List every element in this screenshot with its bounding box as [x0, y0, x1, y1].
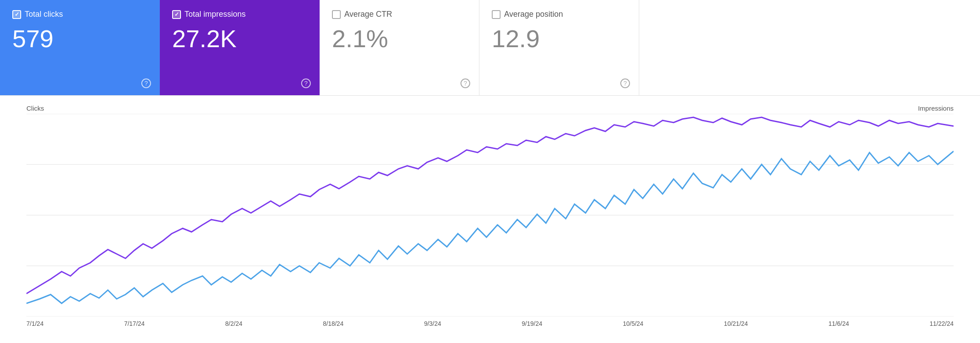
chart-svg: 15 10 5 0 375 250 125 0 [26, 114, 954, 317]
x-label-5: 9/3/24 [424, 320, 441, 327]
checkbox-impressions[interactable] [172, 10, 181, 19]
help-icon-clicks[interactable]: ? [141, 78, 151, 88]
help-icon-impressions[interactable]: ? [301, 78, 311, 88]
impressions-line [26, 117, 954, 294]
metric-label-position: Average position [504, 10, 563, 19]
x-label-3: 8/2/24 [225, 320, 243, 327]
y-axis-right-label: Impressions [918, 104, 954, 112]
help-icon-ctr[interactable]: ? [461, 78, 470, 88]
chart-section: Clicks Impressions 15 10 5 0 375 250 125… [0, 96, 980, 343]
metric-label-clicks: Total clicks [25, 10, 63, 19]
metric-card-average-ctr[interactable]: Average CTR 2.1% ? [320, 0, 479, 95]
metric-label-ctr: Average CTR [344, 10, 392, 19]
metric-value-ctr: 2.1% [332, 25, 467, 52]
y-axis-left-label: Clicks [26, 104, 44, 112]
metric-card-total-clicks[interactable]: Total clicks 579 ? [0, 0, 160, 95]
x-label-8: 10/21/24 [724, 320, 748, 327]
x-label-10: 11/22/24 [929, 320, 954, 327]
help-icon-position[interactable]: ? [620, 78, 630, 88]
checkbox-clicks[interactable] [12, 10, 21, 19]
clicks-line [26, 151, 954, 303]
x-label-6: 9/19/24 [522, 320, 542, 327]
metric-label-impressions: Total impressions [184, 10, 246, 19]
metrics-row: Total clicks 579 ? Total impressions 27.… [0, 0, 980, 96]
metric-value-clicks: 579 [12, 25, 147, 52]
x-label-4: 8/18/24 [323, 320, 343, 327]
x-label-7: 10/5/24 [623, 320, 644, 327]
metric-value-position: 12.9 [492, 25, 626, 52]
metric-value-impressions: 27.2K [172, 25, 307, 52]
checkbox-position[interactable] [492, 10, 501, 19]
x-label-9: 11/6/24 [829, 320, 849, 327]
metric-card-average-position[interactable]: Average position 12.9 ? [479, 0, 639, 95]
checkbox-ctr[interactable] [332, 10, 341, 19]
metric-card-total-impressions[interactable]: Total impressions 27.2K ? [160, 0, 320, 95]
x-label-1: 7/1/24 [26, 320, 44, 327]
chart-wrapper: 15 10 5 0 375 250 125 0 [26, 114, 954, 317]
x-axis-labels: 7/1/24 7/17/24 8/2/24 8/18/24 9/3/24 9/1… [26, 320, 954, 327]
x-label-2: 7/17/24 [124, 320, 145, 327]
